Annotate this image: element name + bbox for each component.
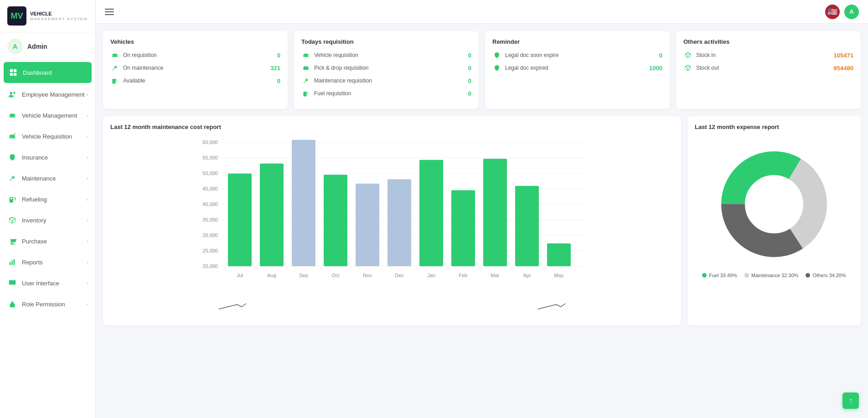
inventory-label: Inventory: [22, 217, 46, 224]
sidebar-item-vehicle-mgmt[interactable]: Vehicle Management ‹: [0, 105, 95, 126]
maintenance-label: Maintenance: [22, 175, 56, 182]
user-avatar[interactable]: A: [844, 5, 859, 19]
sidebar-item-dashboard[interactable]: Dashboard: [4, 62, 92, 83]
svg-rect-1: [14, 69, 16, 72]
logo-title: VEHICLE: [30, 11, 88, 17]
summary-row: Stock out 954480: [683, 63, 853, 72]
chevron-icon: ‹: [87, 302, 88, 307]
sidebar-item-insurance[interactable]: Insurance ‹: [0, 147, 95, 168]
fuel-req-value: 0: [468, 90, 471, 97]
svg-rect-0: [10, 69, 13, 72]
on-maintenance-label: On maintenance: [123, 65, 270, 71]
maint-req-icon: [301, 76, 310, 85]
summary-row: Legal doc expired 1000: [492, 63, 662, 72]
pick-drop-value: 0: [468, 65, 471, 72]
sidebar-item-vehicle-req[interactable]: Vehicle Requisition ‹: [0, 126, 95, 147]
logo-subtitle: MANAGEMENT SYSTEM: [30, 17, 88, 21]
fuel-legend-label: Fuel 33.49%: [709, 273, 737, 278]
others-legend-label: Others 34.20%: [812, 273, 846, 278]
svg-rect-42: [419, 160, 443, 266]
legal-soon-value: 0: [659, 52, 662, 59]
legend-item-maintenance: Maintenance 32.30%: [744, 273, 798, 278]
svg-rect-14: [112, 79, 115, 83]
sidebar-item-maintenance[interactable]: Maintenance ‹: [0, 168, 95, 189]
others-card: Others activities Stock in 105471 Stock …: [676, 31, 861, 109]
svg-rect-45: [515, 186, 539, 266]
sidebar-item-role-permission[interactable]: Role Permission ‹: [0, 294, 95, 315]
svg-text:Apr: Apr: [523, 273, 531, 278]
svg-text:May: May: [554, 273, 564, 278]
sidebar-item-user-interface[interactable]: User Interface ‹: [0, 273, 95, 294]
chevron-icon: ‹: [87, 134, 88, 139]
svg-rect-44: [483, 159, 507, 266]
summary-row: On maintenance 321: [110, 63, 280, 72]
donut-legend: Fuel 33.49% Maintenance 32.30% Others 34…: [702, 273, 846, 278]
sidebar-item-purchase[interactable]: Purchase ‹: [0, 231, 95, 252]
svg-rect-10: [11, 260, 13, 265]
summary-row: Fuel requisition 0: [301, 89, 471, 98]
shopping-icon: [7, 236, 17, 246]
flag-button[interactable]: 🇺🇸: [825, 5, 840, 19]
requisition-icon: [110, 51, 119, 60]
svg-text:20,000: 20,000: [202, 263, 218, 269]
topbar: 🇺🇸 A: [96, 0, 868, 24]
sidebar: MV VEHICLE MANAGEMENT SYSTEM A Admin Das…: [0, 0, 96, 418]
chevron-icon: ‹: [87, 218, 88, 223]
legal-soon-label: Legal doc soon expire: [505, 52, 659, 58]
purchase-label: Purchase: [22, 238, 47, 245]
svg-text:Oct: Oct: [331, 273, 339, 278]
admin-section: A Admin: [0, 32, 95, 61]
stock-in-value: 105471: [834, 52, 853, 59]
content-area: Vehicles On requisition 0 On maintenance…: [96, 24, 868, 418]
svg-rect-46: [547, 243, 571, 266]
summary-row: Vehicle requisition 0: [301, 51, 471, 60]
chevron-icon: ‹: [87, 239, 88, 244]
others-legend-dot: [806, 273, 810, 278]
available-value: 0: [277, 77, 280, 84]
summary-row: Stock in 105471: [683, 51, 853, 60]
reports-label: Reports: [22, 259, 43, 266]
svg-point-61: [747, 177, 801, 232]
doc-expire-icon: [492, 51, 501, 60]
on-maintenance-value: 321: [270, 65, 280, 72]
lock-icon: [7, 299, 17, 309]
svg-rect-13: [10, 304, 15, 307]
svg-rect-3: [14, 73, 16, 76]
svg-point-16: [307, 69, 308, 70]
pickup-icon: [301, 63, 310, 72]
car-req-icon: [7, 131, 17, 141]
svg-rect-8: [10, 198, 13, 199]
chart-icon: [7, 257, 17, 267]
sidebar-logo: MV VEHICLE MANAGEMENT SYSTEM: [0, 0, 95, 32]
chevron-icon: ‹: [87, 176, 88, 181]
svg-point-4: [10, 92, 12, 94]
svg-rect-38: [292, 140, 315, 266]
svg-text:Nov: Nov: [363, 273, 372, 278]
menu-toggle[interactable]: [105, 9, 114, 15]
maint-req-label: Maintenance requisition: [314, 77, 468, 84]
requisition-card: Todays requisition Vehicle requisition 0…: [294, 31, 479, 109]
vehicles-card: Vehicles On requisition 0 On maintenance…: [103, 31, 288, 109]
sidebar-item-inventory[interactable]: Inventory ‹: [0, 210, 95, 231]
sidebar-item-employee[interactable]: Employee Management ‹: [0, 84, 95, 105]
logo-icon: MV: [7, 6, 26, 26]
svg-text:Sep: Sep: [299, 273, 308, 278]
svg-text:60,000: 60,000: [202, 139, 218, 145]
legal-expired-value: 1000: [649, 65, 662, 72]
sidebar-item-reports[interactable]: Reports ‹: [0, 252, 95, 273]
svg-text:45,000: 45,000: [202, 186, 218, 191]
svg-rect-2: [10, 73, 13, 76]
svg-rect-11: [14, 259, 15, 265]
scroll-to-top-button[interactable]: ↑: [842, 392, 859, 409]
shield-icon: [7, 152, 17, 162]
fuel-icon: [7, 194, 17, 204]
svg-rect-12: [9, 280, 16, 285]
available-label: Available: [123, 77, 277, 84]
svg-line-6: [15, 133, 16, 134]
svg-text:55,000: 55,000: [202, 155, 218, 160]
monitor-icon: [7, 278, 17, 288]
sidebar-item-refueling[interactable]: Refueling ‹: [0, 189, 95, 210]
employee-label: Employee Management: [22, 91, 84, 98]
stock-in-label: Stock in: [696, 52, 834, 58]
maintenance-legend-dot: [744, 273, 749, 278]
